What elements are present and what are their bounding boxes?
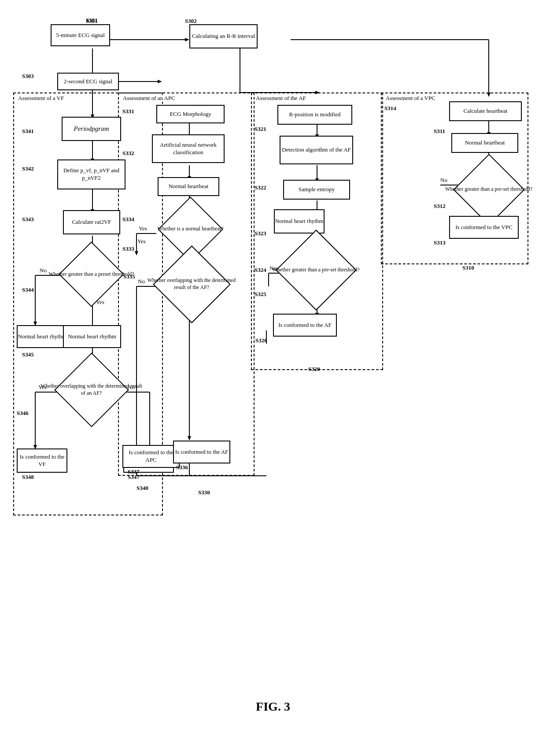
box-normal-heartbeat-apc: Normal heartbeat xyxy=(158,177,219,196)
fig-label: FIG. 3 xyxy=(0,695,546,718)
label-assess-af: Assessment of the AF xyxy=(255,95,307,102)
s344-label: S344 xyxy=(22,286,34,293)
box-detection-af: Detection algorithm of the AF xyxy=(280,136,353,164)
box-conformed-af-apc: Is conformed to the AF xyxy=(173,441,230,463)
box-ecg2sec: 2-second ECG signal xyxy=(57,73,119,90)
s330-label: S330 xyxy=(198,489,210,496)
svg-marker-80 xyxy=(158,80,162,83)
svg-marker-1 xyxy=(185,38,189,41)
box-ecg5min: 5-minute ECG signal xyxy=(51,24,110,46)
box-ann: Artificial neural network classification xyxy=(152,134,225,163)
s348-label: S348 xyxy=(22,474,34,481)
s336-label: S336 xyxy=(176,464,188,471)
box-conformed-vpc: Is conformed to the VPC xyxy=(449,216,519,239)
diamond-overlap-apc: Whether overlapping with the determined … xyxy=(145,256,238,313)
s331-label: S331 xyxy=(122,108,134,115)
s342-label: S342 xyxy=(22,165,34,172)
diamond-greater-af: Whether greater than a pre-set threshold… xyxy=(262,241,370,299)
box-conformed-apc: Is conformed to the APC xyxy=(122,445,180,468)
box-ecg-morphology: ECG Morphology xyxy=(156,105,225,123)
box-define-pvf: Define p_vf, p_nVF and p_nVF2 xyxy=(57,159,125,189)
s313-label: S313 xyxy=(434,239,446,246)
box-normal-heart-rhythm-vf2: Normal heart rhythm xyxy=(63,325,121,348)
flowchart-diagram: No Yes Yes No Yes No xyxy=(0,0,546,727)
box-periodogram: Periodpgram xyxy=(62,117,121,141)
s301-label: S301 xyxy=(86,18,98,25)
s322-label: S322 xyxy=(255,184,266,191)
s346-label: S346 xyxy=(17,410,29,417)
s314-label: S314 xyxy=(384,105,396,112)
label-assess-vf: Assessment of a VF xyxy=(17,95,65,102)
s325-label: S325 xyxy=(255,291,266,298)
box-calcrat2vf: Calculate rat2VF xyxy=(63,210,120,234)
s334-label: S334 xyxy=(122,216,134,223)
label-assess-apc: Assessment of an APC xyxy=(122,95,177,102)
s312-label: S312 xyxy=(434,203,446,210)
s332-label: S332 xyxy=(122,150,134,157)
box-normal-heart-rhythm-af: Normal heart rhythm xyxy=(274,209,325,233)
s343-label: S343 xyxy=(22,216,34,223)
s311-label: S311 xyxy=(434,128,445,135)
s321-label: S321 xyxy=(255,126,266,133)
diamond-normal-heartbeat: Whether is a normal heartbeat? xyxy=(150,207,231,251)
s320-label: S320 xyxy=(308,366,320,373)
label-assess-vpc: Assessment of a VPC xyxy=(384,95,437,102)
box-conformed-af-main: Is conformed to the AF xyxy=(273,314,337,337)
box-normal-heart-rhythm-vf: Normal heart rhythm xyxy=(17,325,67,348)
s337-label: S337 xyxy=(128,468,140,475)
box-calc-heartbeat: Calculate heartbeat xyxy=(449,101,522,121)
s333-label: S333 xyxy=(122,245,134,252)
diamond-overlap-vf: Whether overlapping with the determined … xyxy=(40,366,143,414)
box-calcRR: Calculating an R-R interval xyxy=(189,24,258,48)
diamond-greater-vf: Whether greater than a preset threshold? xyxy=(44,253,139,295)
s345-label: S345 xyxy=(22,351,34,358)
s323-label: S323 xyxy=(255,230,266,237)
box-sample-entropy: Sample entropy xyxy=(283,180,350,200)
yes-label-apc: Yes xyxy=(137,238,146,245)
box-r-position: R-position is modified xyxy=(277,105,352,125)
s302-label: S302 xyxy=(185,18,197,25)
s326-label: S326 xyxy=(255,337,267,344)
s341-label: S341 xyxy=(22,128,34,135)
diamond-greater-vpc: Whether greater than a pre-set threshold… xyxy=(440,165,537,214)
s303-label: S303 xyxy=(22,73,34,80)
box-conformed-vf-yes: Is conformed to the VF xyxy=(17,448,67,473)
s324-label: S324 xyxy=(255,267,266,274)
s340-label: S340 xyxy=(136,485,148,492)
box-normal-heartbeat-vpc: Normal heartbeat xyxy=(451,133,518,153)
s310-label: S310 xyxy=(462,264,474,271)
